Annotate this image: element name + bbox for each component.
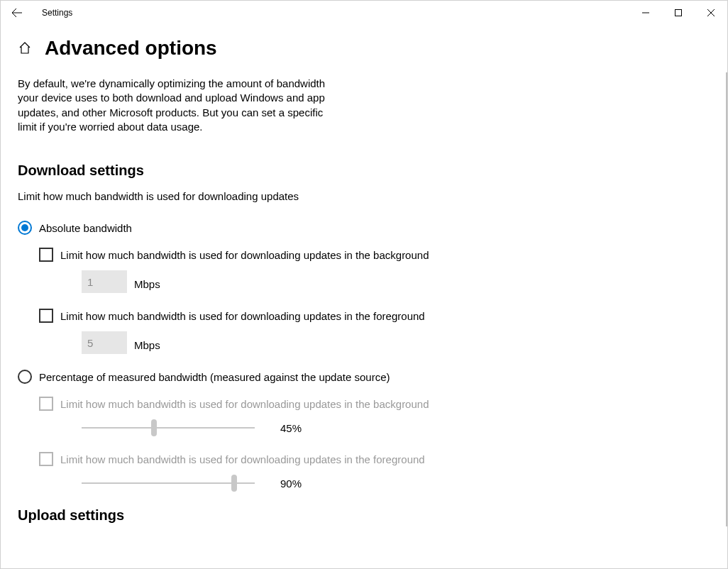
home-icon — [18, 42, 31, 55]
checkbox-abs-background[interactable]: Limit how much bandwidth is used for dow… — [39, 248, 710, 262]
pct-bg-slider-row: 45% — [82, 419, 710, 436]
mbps-unit: Mbps — [134, 278, 160, 290]
content-area: Advanced options By default, we're dynam… — [0, 24, 728, 569]
close-icon — [707, 9, 715, 16]
minimize-button[interactable] — [629, 1, 662, 25]
pct-fg-value: 90% — [280, 477, 302, 490]
close-button[interactable] — [695, 1, 727, 25]
radio-absolute-bandwidth[interactable]: Absolute bandwidth — [18, 221, 710, 235]
checkbox-abs-fg-label: Limit how much bandwidth is used for dow… — [60, 310, 425, 322]
radio-percentage-label: Percentage of measured bandwidth (measur… — [39, 371, 390, 383]
maximize-button[interactable] — [662, 1, 695, 25]
checkbox-icon — [39, 248, 53, 262]
slider-thumb[interactable] — [151, 419, 157, 436]
radio-percentage-bandwidth[interactable]: Percentage of measured bandwidth (measur… — [18, 370, 710, 384]
page-title: Advanced options — [45, 37, 217, 60]
slider-thumb[interactable] — [231, 475, 237, 492]
titlebar-left: Settings — [1, 1, 72, 25]
intro-text: By default, we're dynamically optimizing… — [18, 77, 344, 134]
abs-fg-input[interactable]: 5 — [82, 331, 127, 354]
svg-rect-0 — [675, 9, 682, 16]
pct-fg-slider[interactable] — [82, 475, 255, 492]
checkbox-pct-background: Limit how much bandwidth is used for dow… — [39, 397, 710, 411]
back-arrow-icon — [11, 7, 23, 18]
download-settings-sub: Limit how much bandwidth is used for dow… — [18, 190, 710, 202]
download-settings-heading: Download settings — [18, 162, 710, 179]
minimize-icon — [642, 9, 649, 16]
home-button[interactable] — [18, 41, 32, 55]
upload-settings-heading: Upload settings — [18, 507, 710, 524]
checkbox-icon — [39, 452, 53, 466]
absolute-options: Limit how much bandwidth is used for dow… — [39, 248, 710, 354]
maximize-icon — [675, 9, 682, 16]
pct-bg-slider[interactable] — [82, 419, 255, 436]
abs-bg-input[interactable]: 1 — [82, 270, 127, 293]
slider-track — [82, 427, 255, 429]
back-button[interactable] — [1, 1, 33, 25]
checkbox-pct-bg-label: Limit how much bandwidth is used for dow… — [60, 398, 429, 410]
checkbox-pct-fg-label: Limit how much bandwidth is used for dow… — [60, 453, 425, 465]
abs-fg-input-row: 5 Mbps — [82, 331, 710, 354]
radio-absolute-label: Absolute bandwidth — [39, 222, 132, 234]
radio-icon — [18, 221, 32, 235]
pct-bg-value: 45% — [280, 422, 302, 434]
pct-fg-slider-row: 90% — [82, 475, 710, 492]
window-title: Settings — [42, 8, 72, 18]
checkbox-icon — [39, 309, 53, 323]
percentage-options: Limit how much bandwidth is used for dow… — [39, 397, 710, 492]
slider-track — [82, 482, 255, 484]
radio-icon — [18, 370, 32, 384]
scrollbar[interactable] — [726, 72, 727, 526]
checkbox-icon — [39, 397, 53, 411]
abs-bg-input-row: 1 Mbps — [82, 270, 710, 293]
page-header: Advanced options — [18, 37, 710, 60]
checkbox-abs-bg-label: Limit how much bandwidth is used for dow… — [60, 249, 429, 261]
window-controls — [629, 1, 727, 25]
checkbox-pct-foreground: Limit how much bandwidth is used for dow… — [39, 452, 710, 466]
mbps-unit: Mbps — [134, 339, 160, 351]
titlebar: Settings — [0, 0, 728, 24]
checkbox-abs-foreground[interactable]: Limit how much bandwidth is used for dow… — [39, 309, 710, 323]
